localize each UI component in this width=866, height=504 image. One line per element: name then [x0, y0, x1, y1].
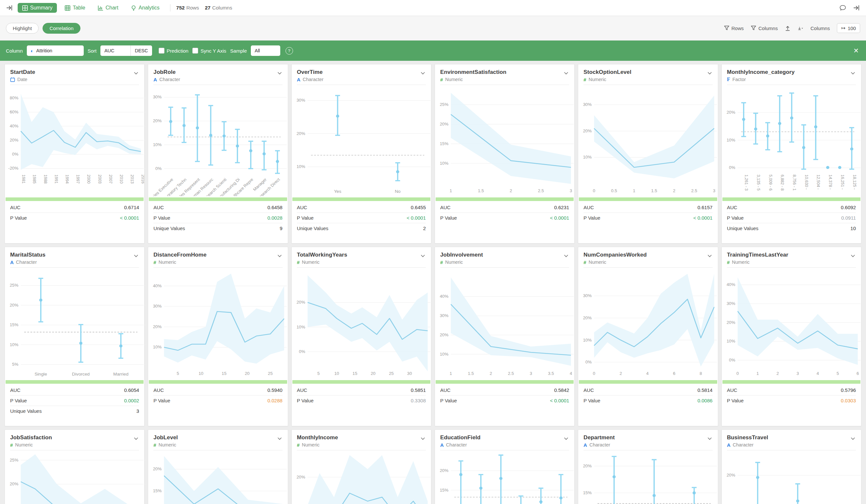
- checkbox-icon: [159, 48, 165, 54]
- close-icon[interactable]: ✕: [852, 45, 860, 56]
- filter-columns-button[interactable]: Columns: [751, 25, 778, 31]
- svg-text:30%: 30%: [153, 95, 162, 100]
- character-type-icon: A: [297, 77, 301, 82]
- chevron-down-icon[interactable]: [707, 436, 713, 441]
- collapse-panel-icon[interactable]: [853, 4, 860, 11]
- tab-table[interactable]: Table: [60, 3, 90, 13]
- metric-row: AUC0.5796: [727, 385, 856, 395]
- svg-text:1997: 1997: [76, 175, 80, 184]
- svg-text:25: 25: [268, 371, 273, 376]
- download-button[interactable]: [798, 25, 803, 31]
- column-chart: 20%10%0%51015202530: [292, 268, 431, 379]
- sample-value: All: [255, 48, 260, 53]
- chevron-down-icon[interactable]: [850, 436, 856, 441]
- svg-text:3: 3: [713, 188, 715, 193]
- help-icon[interactable]: ?: [286, 47, 293, 55]
- metric-label: Unique Values: [727, 225, 758, 231]
- metric-label: P Value: [440, 215, 457, 221]
- column-type-label: Numeric: [732, 259, 750, 265]
- metric-label: Unique Values: [297, 225, 328, 231]
- svg-text:25: 25: [389, 371, 394, 376]
- column-label: Column: [6, 48, 23, 54]
- column-type-label: Character: [446, 442, 467, 447]
- metric-row: P Value0.0028: [153, 212, 282, 223]
- column-card: StartDate Date 80%60%40%20%0%-20%1981198…: [4, 64, 145, 244]
- svg-text:40%: 40%: [153, 283, 162, 288]
- chevron-down-icon[interactable]: [850, 70, 856, 76]
- columns-limit-control[interactable]: ↦ 100: [837, 23, 860, 33]
- svg-text:20%: 20%: [10, 481, 18, 486]
- metric-value: 0.5796: [841, 387, 856, 393]
- svg-text:0: 0: [593, 188, 595, 193]
- chevron-down-icon[interactable]: [563, 70, 569, 76]
- divider: [727, 85, 856, 85]
- expand-panel-icon[interactable]: [6, 4, 13, 11]
- svg-text:30%: 30%: [296, 98, 305, 103]
- chevron-down-icon[interactable]: [420, 436, 426, 441]
- sort-control: AUC DESC: [100, 45, 152, 56]
- svg-text:20%: 20%: [726, 473, 735, 478]
- metric-label: Unique Values: [153, 225, 185, 231]
- auc-progress-bar: [5, 198, 144, 201]
- column-title: JobLevel: [153, 434, 178, 441]
- prediction-checkbox[interactable]: Prediction: [159, 48, 189, 54]
- svg-text:2: 2: [620, 371, 622, 376]
- tab-summary[interactable]: Summary: [18, 3, 57, 13]
- svg-text:30%: 30%: [583, 102, 592, 107]
- chevron-down-icon[interactable]: [420, 253, 426, 259]
- chevron-down-icon[interactable]: [277, 436, 282, 441]
- chevron-down-icon[interactable]: [277, 253, 282, 259]
- tab-chart[interactable]: Chart: [93, 3, 123, 13]
- column-title: DistanceFromHome: [153, 252, 206, 258]
- metric-row: P Value0.0303: [727, 395, 856, 406]
- column-type-label: Numeric: [159, 259, 176, 265]
- chevron-down-icon[interactable]: [277, 70, 282, 76]
- svg-text:20%: 20%: [153, 119, 162, 124]
- svg-text:8,756 - 1: 8,756 - 1: [792, 175, 797, 191]
- metric-label: AUC: [727, 205, 737, 210]
- sample-select[interactable]: All: [251, 45, 280, 56]
- sort-by-select[interactable]: AUC: [100, 45, 131, 56]
- svg-text:20%: 20%: [10, 138, 18, 143]
- metric-row: AUC0.6714: [10, 202, 139, 212]
- metric-row: AUC0.6231: [440, 202, 569, 212]
- svg-text:3: 3: [570, 188, 572, 193]
- sort-direction-select[interactable]: DESC: [131, 45, 152, 56]
- numeric-type-icon: #: [10, 443, 13, 447]
- metric-row: P Value< 0.0001: [297, 212, 426, 223]
- chevron-down-icon[interactable]: [707, 70, 713, 76]
- chevron-down-icon[interactable]: [133, 253, 139, 259]
- svg-text:2007: 2007: [108, 175, 113, 184]
- highlight-button[interactable]: Highlight: [6, 23, 38, 34]
- svg-text:2016: 2016: [141, 175, 144, 184]
- metric-value: < 0.0001: [693, 215, 713, 221]
- chevron-down-icon[interactable]: [850, 253, 856, 259]
- filter-rows-button[interactable]: Rows: [724, 25, 744, 31]
- columns-limit-value: 100: [848, 25, 856, 31]
- target-column-select[interactable]: ◐ Attrition: [27, 45, 84, 56]
- correlation-button[interactable]: Correlation: [43, 23, 80, 34]
- divider: [297, 85, 426, 85]
- svg-text:0: 0: [593, 371, 595, 376]
- chart-icon: [98, 5, 103, 11]
- chevron-down-icon[interactable]: [563, 253, 569, 259]
- chevron-down-icon[interactable]: [133, 70, 139, 76]
- chevron-down-icon[interactable]: [707, 253, 713, 259]
- upload-button[interactable]: [785, 25, 790, 31]
- tab-analytics[interactable]: Analytics: [126, 3, 164, 13]
- svg-text:5: 5: [317, 371, 320, 376]
- metric-label: AUC: [584, 205, 594, 210]
- comment-icon[interactable]: [839, 4, 846, 11]
- metric-value: 0.0028: [267, 215, 282, 221]
- svg-text:1: 1: [633, 188, 635, 193]
- column-type-label: Character: [16, 259, 37, 265]
- svg-text:8: 8: [700, 371, 702, 376]
- chevron-down-icon[interactable]: [133, 436, 139, 441]
- metric-value: 0.6458: [267, 205, 282, 210]
- chevron-down-icon[interactable]: [563, 436, 569, 441]
- auc-progress-bar: [5, 380, 144, 384]
- sync-y-axis-checkbox[interactable]: Sync Y Axis: [192, 48, 226, 54]
- metric-row: AUC0.5940: [153, 385, 282, 395]
- chevron-down-icon[interactable]: [420, 70, 426, 76]
- column-card: MonthlyIncome #Numeric 20%10%: [291, 429, 431, 504]
